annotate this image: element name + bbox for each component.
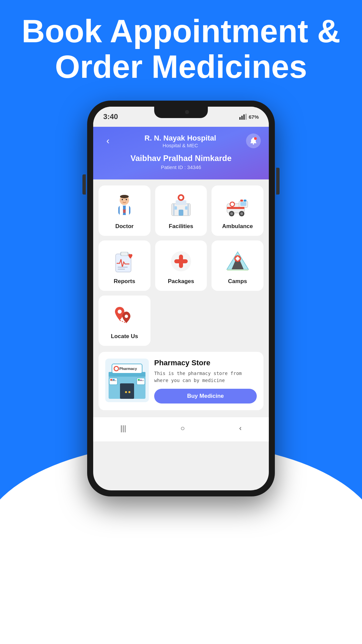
patient-id: Patient ID : 34346 <box>101 164 261 170</box>
phone-frame: 3:40 67% ‹ R. N. Nayak Hospital Hospital… <box>87 101 275 496</box>
svg-rect-44 <box>174 259 188 263</box>
signal-icon <box>239 114 247 120</box>
svg-rect-8 <box>120 206 123 215</box>
svg-rect-3 <box>245 114 247 120</box>
menu-item-doctor[interactable]: Doctor <box>99 185 150 236</box>
svg-rect-0 <box>239 117 241 120</box>
svg-point-11 <box>122 199 123 200</box>
svg-rect-29 <box>231 203 234 205</box>
ambulance-icon <box>224 193 251 220</box>
svg-rect-66 <box>110 380 116 381</box>
menu-item-camps[interactable]: Camps <box>212 240 263 291</box>
svg-rect-21 <box>179 210 183 216</box>
facilities-icon <box>168 193 194 220</box>
hospital-name: R. N. Nayak Hospital <box>144 134 216 143</box>
svg-text:Pharmacy: Pharmacy <box>119 367 137 371</box>
svg-point-5 <box>254 137 257 140</box>
nav-back-button[interactable]: ‹ <box>233 422 248 435</box>
hospital-subtitle: Hospital & MEC <box>144 143 216 148</box>
bottom-navigation: ||| ○ ‹ <box>93 417 269 441</box>
status-icons: 67% <box>239 114 259 120</box>
svg-point-62 <box>125 391 127 393</box>
pharmacy-section: Pharmacy <box>93 352 269 417</box>
reports-icon <box>111 248 138 275</box>
menu-grid: Doctor <box>93 179 269 352</box>
svg-point-36 <box>240 212 243 215</box>
menu-item-locate-us[interactable]: Locate Us <box>99 296 150 346</box>
menu-item-facilities[interactable]: Facilities <box>155 185 207 236</box>
svg-rect-61 <box>120 383 134 399</box>
bell-icon <box>249 137 257 145</box>
svg-rect-15 <box>176 200 186 205</box>
menu-item-ambulance[interactable]: Ambulance <box>212 185 263 236</box>
back-button[interactable]: ‹ <box>101 134 115 148</box>
page-headline: Book Appointment & Order Medicines <box>13 13 349 84</box>
svg-rect-31 <box>240 200 243 202</box>
svg-rect-67 <box>110 379 112 380</box>
svg-rect-18 <box>179 197 183 199</box>
phone-screen: 3:40 67% ‹ R. N. Nayak Hospital Hospital… <box>93 107 269 490</box>
nav-menu-button[interactable]: ||| <box>114 422 133 435</box>
status-time: 3:40 <box>103 112 118 121</box>
svg-point-51 <box>118 310 122 314</box>
menu-item-packages[interactable]: Packages <box>155 240 207 291</box>
svg-rect-60 <box>115 368 118 370</box>
svg-rect-65 <box>137 378 145 385</box>
notification-button[interactable] <box>246 133 261 148</box>
locate-icon <box>111 303 138 330</box>
svg-rect-32 <box>244 200 246 202</box>
camera <box>185 110 189 114</box>
pharmacy-title: Pharmacy Store <box>154 359 257 367</box>
svg-rect-39 <box>121 252 128 256</box>
svg-rect-9 <box>126 206 129 215</box>
locate-us-label: Locate Us <box>111 333 138 340</box>
nav-home-button[interactable]: ○ <box>174 422 191 435</box>
svg-rect-71 <box>138 380 144 381</box>
packages-label: Packages <box>168 278 194 285</box>
svg-rect-1 <box>241 116 243 120</box>
facilities-label: Facilities <box>169 223 193 230</box>
pharmacy-card: Pharmacy <box>99 352 263 410</box>
svg-point-34 <box>230 212 233 215</box>
svg-rect-23 <box>187 204 189 216</box>
ambulance-label: Ambulance <box>222 223 253 230</box>
svg-point-13 <box>120 195 129 198</box>
battery-icon: 67% <box>249 114 259 120</box>
svg-rect-50 <box>227 269 248 271</box>
svg-rect-40 <box>118 267 128 268</box>
doctor-icon <box>111 193 138 220</box>
patient-name: Vaibhav Pralhad Nimkarde <box>101 154 261 163</box>
pharmacy-info: Pharmacy Store This is the pharmacy stor… <box>154 359 257 404</box>
hospital-info: R. N. Nayak Hospital Hospital & MEC <box>144 134 216 148</box>
pharmacy-description: This is the pharmacy store from where yo… <box>154 370 257 384</box>
svg-rect-41 <box>118 269 125 270</box>
pharmacy-image: Pharmacy <box>105 359 149 402</box>
svg-point-63 <box>128 391 130 393</box>
app-header: ‹ R. N. Nayak Hospital Hospital & MEC <box>93 127 269 179</box>
svg-rect-49 <box>236 258 240 260</box>
svg-point-52 <box>125 315 128 318</box>
svg-point-4 <box>253 143 254 145</box>
camps-icon <box>224 248 251 275</box>
buy-medicine-button[interactable]: Buy Medicine <box>154 389 257 404</box>
camps-label: Camps <box>228 278 247 285</box>
svg-point-10 <box>123 210 126 213</box>
svg-rect-2 <box>243 114 245 120</box>
header-nav: ‹ R. N. Nayak Hospital Hospital & MEC <box>101 133 261 148</box>
app-content: ‹ R. N. Nayak Hospital Hospital & MEC <box>93 127 269 490</box>
notch <box>154 107 208 118</box>
doctor-label: Doctor <box>115 223 134 230</box>
menu-item-reports[interactable]: Reports <box>99 240 150 291</box>
svg-rect-30 <box>240 202 246 206</box>
svg-point-12 <box>126 199 127 200</box>
svg-rect-68 <box>113 379 115 380</box>
status-bar: 3:40 67% <box>93 107 269 127</box>
svg-rect-22 <box>173 204 175 216</box>
svg-rect-26 <box>227 207 244 209</box>
reports-label: Reports <box>114 278 135 285</box>
packages-icon <box>168 248 194 275</box>
